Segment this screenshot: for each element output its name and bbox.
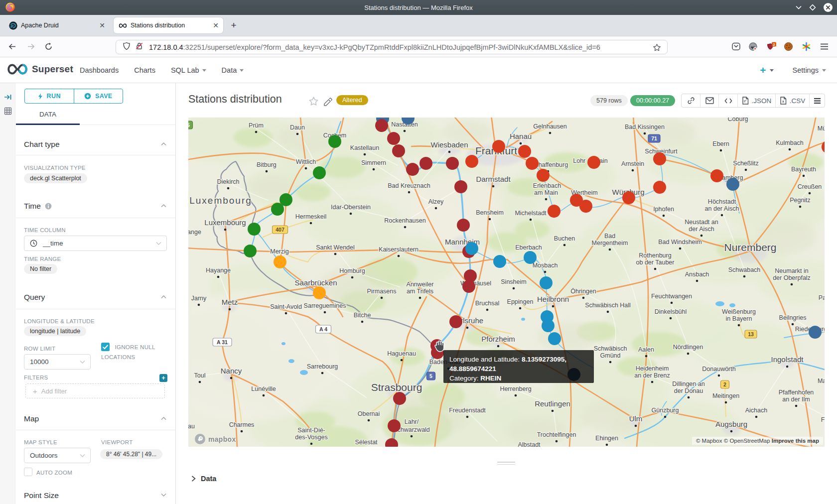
- station-point[interactable]: [454, 180, 467, 193]
- station-point[interactable]: [710, 169, 723, 182]
- run-button[interactable]: RUN: [25, 89, 74, 103]
- bookmark-star-icon[interactable]: [653, 43, 661, 54]
- shield-icon[interactable]: [123, 42, 131, 52]
- settings-menu[interactable]: Settings: [793, 66, 826, 74]
- time-column-select[interactable]: __time: [24, 236, 167, 251]
- new-chart-plus-button[interactable]: +: [760, 64, 773, 76]
- pocket-icon[interactable]: [731, 42, 741, 53]
- station-point[interactable]: [540, 276, 553, 289]
- station-point[interactable]: [375, 119, 388, 132]
- colorful-extension-icon[interactable]: [802, 42, 811, 53]
- station-point[interactable]: [393, 392, 406, 405]
- data-panel-header[interactable]: Data: [191, 475, 216, 483]
- ignore-null-checkbox[interactable]: [101, 343, 110, 351]
- adblock-shield-icon[interactable]: 2: [766, 42, 776, 54]
- station-point[interactable]: [313, 286, 326, 299]
- section-chart-type[interactable]: Chart type: [24, 140, 60, 149]
- viewport-value[interactable]: 8° 46' 45.28" | 49...: [100, 449, 162, 459]
- collapse-panel-icon[interactable]: [4, 93, 12, 101]
- section-query[interactable]: Query: [24, 293, 45, 302]
- privacy-extension-icon[interactable]: [748, 42, 758, 53]
- tab-data[interactable]: DATA: [16, 111, 80, 118]
- visualization-type-value[interactable]: deck.gl Scatterplot: [24, 173, 87, 183]
- add-filter-box[interactable]: + Add filter: [25, 383, 165, 398]
- mapbox-logo[interactable]: mapbox: [194, 433, 236, 445]
- tab-close-icon[interactable]: ✕: [213, 22, 219, 29]
- insecure-lock-icon[interactable]: [135, 42, 143, 52]
- edit-pencil-icon[interactable]: [323, 98, 332, 107]
- station-point[interactable]: [524, 251, 537, 264]
- station-point[interactable]: [809, 326, 822, 339]
- section-time[interactable]: Time: [24, 202, 52, 211]
- nav-item-data[interactable]: Data: [222, 66, 244, 74]
- tab-close-icon[interactable]: ✕: [99, 22, 105, 29]
- station-point[interactable]: [465, 242, 478, 255]
- row-limit-select[interactable]: 10000: [24, 354, 91, 370]
- chevron-up-icon[interactable]: [161, 295, 166, 300]
- station-point[interactable]: [537, 169, 550, 182]
- nav-item-sql-lab[interactable]: SQL Lab: [171, 66, 206, 74]
- station-point[interactable]: [328, 135, 341, 148]
- station-point[interactable]: [465, 155, 478, 168]
- station-point[interactable]: [462, 280, 475, 293]
- station-point[interactable]: [579, 200, 592, 213]
- station-point[interactable]: [548, 332, 561, 345]
- favorite-star-icon[interactable]: [308, 96, 319, 107]
- tab-apache-druid[interactable]: Apache Druid ✕: [4, 17, 110, 33]
- station-point[interactable]: [542, 319, 555, 332]
- section-point-size[interactable]: Point Size: [24, 491, 59, 500]
- station-point[interactable]: [271, 203, 284, 216]
- station-point[interactable]: [419, 157, 432, 170]
- cookie-extension-icon[interactable]: [784, 42, 793, 53]
- station-point[interactable]: [622, 191, 635, 204]
- save-button[interactable]: SAVE: [74, 89, 123, 103]
- chevron-up-icon[interactable]: [161, 204, 166, 209]
- station-point[interactable]: [274, 255, 286, 268]
- station-point[interactable]: [493, 255, 506, 268]
- station-point[interactable]: [313, 166, 326, 179]
- station-point[interactable]: [457, 219, 470, 232]
- station-point[interactable]: [446, 157, 459, 170]
- station-point[interactable]: [526, 157, 539, 170]
- chevron-up-icon[interactable]: [161, 142, 166, 147]
- station-point[interactable]: [244, 245, 257, 257]
- reload-button[interactable]: [44, 42, 53, 53]
- station-point[interactable]: [392, 144, 405, 157]
- station-point[interactable]: [518, 145, 531, 158]
- window-maximize-button[interactable]: [809, 4, 816, 11]
- station-point[interactable]: [653, 152, 666, 165]
- longitude-latitude-value[interactable]: longitude | latitude: [24, 326, 86, 336]
- auto-zoom-checkbox[interactable]: [24, 468, 32, 476]
- station-point[interactable]: [406, 163, 419, 176]
- station-point[interactable]: [548, 205, 560, 218]
- panel-splitter-handle[interactable]: [497, 462, 515, 465]
- station-point[interactable]: [653, 181, 666, 194]
- add-filter-plus-button[interactable]: +: [159, 374, 167, 382]
- dataset-grid-icon[interactable]: [4, 107, 12, 115]
- export-csv-button[interactable]: x .CSV: [776, 94, 810, 107]
- station-point[interactable]: [449, 315, 462, 328]
- superset-logo[interactable]: Superset: [7, 63, 73, 76]
- window-minimize-button[interactable]: [795, 4, 802, 11]
- deckgl-scatterplot-map[interactable]: FrankfurtNurembergStrasbourgLuxembourgWi…: [188, 118, 825, 447]
- chevron-up-icon[interactable]: [161, 416, 166, 422]
- window-close-button[interactable]: [823, 2, 833, 12]
- copy-link-button[interactable]: [682, 94, 700, 107]
- station-point[interactable]: [248, 223, 261, 236]
- station-point[interactable]: [726, 178, 739, 191]
- more-options-button[interactable]: [810, 94, 825, 107]
- station-point[interactable]: [388, 419, 401, 432]
- station-point[interactable]: [492, 140, 505, 153]
- back-button[interactable]: [8, 42, 16, 53]
- embed-code-button[interactable]: [719, 94, 738, 107]
- nav-item-charts[interactable]: Charts: [134, 66, 155, 74]
- time-range-value[interactable]: No filter: [24, 264, 57, 274]
- map-attribution[interactable]: © Mapbox © OpenStreetMap Improve this ma…: [692, 437, 823, 445]
- chevron-down-icon[interactable]: [161, 493, 166, 499]
- nav-item-dashboards[interactable]: Dashboards: [80, 66, 119, 74]
- export-json-button[interactable]: .JSON: [738, 94, 776, 107]
- tab-stations-distribution[interactable]: Stations distribution ✕: [114, 17, 223, 33]
- station-point[interactable]: [387, 132, 400, 145]
- menu-hamburger-icon[interactable]: [820, 43, 829, 52]
- section-map[interactable]: Map: [24, 414, 39, 423]
